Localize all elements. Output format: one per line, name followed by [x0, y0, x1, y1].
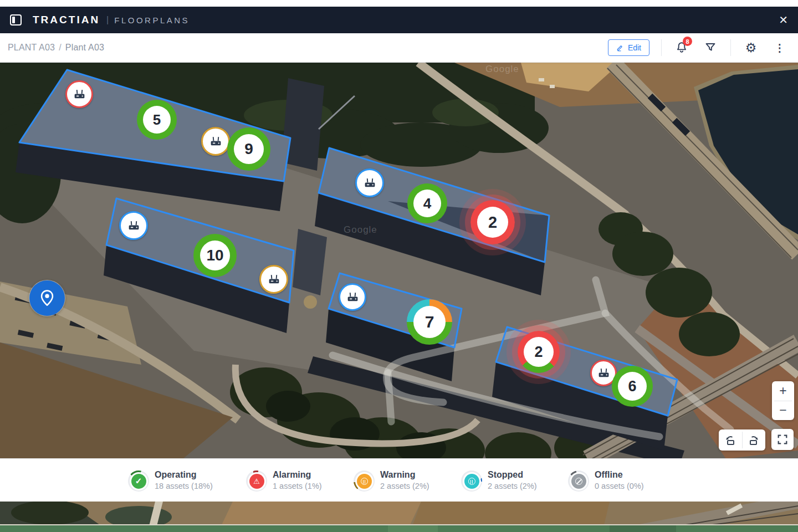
- asset-cluster-marker[interactable]: 6: [612, 366, 653, 407]
- rotate-control: [719, 429, 765, 451]
- operating-ring: ✓: [128, 470, 149, 492]
- legend-label: Stopped: [488, 469, 537, 481]
- more-options-button[interactable]: ⋮: [771, 39, 788, 56]
- operating-status-icon: ✓: [131, 474, 146, 489]
- gateway-router-icon: [267, 273, 281, 287]
- close-icon[interactable]: ✕: [779, 14, 788, 25]
- map-watermark: Google: [344, 224, 377, 236]
- gateway-router-icon: [73, 88, 86, 101]
- satellite-imagery-strip: [0, 502, 798, 532]
- asset-cluster-marker[interactable]: 2: [470, 200, 515, 244]
- map-bottom-strip: [0, 502, 798, 532]
- marker-layer: 594210726GoogleGoogle: [0, 63, 798, 459]
- gateway-marker[interactable]: [259, 265, 288, 294]
- cluster-count: 5: [143, 106, 171, 134]
- warning-status-icon: [357, 474, 372, 489]
- gateway-router-icon: [209, 135, 223, 149]
- offline-ring: [568, 470, 589, 492]
- legend-label: Offline: [595, 469, 644, 481]
- cluster-count: 4: [413, 190, 441, 217]
- gateway-marker[interactable]: [65, 80, 93, 108]
- cluster-count: 6: [618, 372, 647, 401]
- gateway-router-icon: [597, 366, 611, 380]
- notifications-button[interactable]: 8: [673, 39, 690, 56]
- breadcrumb-current: Plant A03: [65, 43, 104, 52]
- asset-cluster-marker[interactable]: 7: [407, 299, 452, 345]
- gateway-marker[interactable]: [201, 127, 230, 156]
- cluster-count: 9: [234, 134, 264, 164]
- gateway-marker[interactable]: [355, 168, 384, 197]
- brand-separator: |: [106, 15, 109, 25]
- legend-count: 18 assets (18%): [155, 481, 213, 492]
- gateway-router-icon: [127, 219, 141, 233]
- gateway-marker[interactable]: [339, 283, 366, 311]
- rotate-right-button[interactable]: [743, 429, 766, 451]
- legend-item-stopped: Stopped2 assets (2%): [461, 470, 537, 492]
- app-title: FLOORPLANS: [114, 16, 190, 25]
- sidebar-toggle-icon[interactable]: [10, 14, 22, 25]
- check-icon: ✓: [135, 476, 142, 486]
- fullscreen-button[interactable]: [771, 429, 794, 450]
- pause-circle-icon: [468, 478, 475, 485]
- map-watermark: Google: [485, 64, 519, 75]
- cluster-count: 10: [200, 241, 230, 270]
- rotate-right-icon: [747, 433, 760, 447]
- legend-count: 2 assets (2%): [380, 481, 429, 492]
- asset-cluster-marker[interactable]: 5: [137, 100, 177, 140]
- cluster-count: 2: [524, 337, 554, 367]
- filter-funnel-icon: [704, 41, 717, 54]
- alarming-status-icon: ⚠: [249, 474, 264, 489]
- stopped-ring: [461, 470, 482, 492]
- navbar: TRACTIAN | FLOORPLANS ✕: [0, 7, 798, 33]
- warning-triangle-icon: ⚠: [253, 478, 260, 485]
- breadcrumb-parent[interactable]: PLANT A03: [8, 43, 55, 52]
- pencil-icon: [616, 44, 624, 52]
- cluster-count: 2: [477, 207, 508, 238]
- warning-ring: [354, 470, 375, 492]
- toolbar-divider: [730, 39, 731, 56]
- gear-icon: ⚙: [745, 42, 757, 54]
- brand-logo: TRACTIAN: [33, 14, 100, 26]
- notification-badge: 8: [683, 37, 692, 46]
- edit-button[interactable]: Edit: [608, 39, 649, 56]
- toolbar-divider: [661, 39, 662, 56]
- ban-icon: [575, 478, 582, 485]
- window-top-margin: [0, 0, 798, 7]
- legend-item-operating: ✓ Operating18 assets (18%): [128, 470, 213, 492]
- legend-item-alarming: ⚠ Alarming1 assets (1%): [246, 470, 322, 492]
- asset-cluster-marker[interactable]: 2: [518, 331, 560, 373]
- floorplan-map[interactable]: 594210726GoogleGoogle + −: [0, 63, 798, 459]
- location-pin-icon: [38, 289, 57, 308]
- location-pin-button[interactable]: [29, 280, 65, 316]
- offline-status-icon: [571, 474, 586, 489]
- pause-circle-icon: [361, 478, 368, 485]
- zoom-in-button[interactable]: +: [772, 381, 794, 401]
- fullscreen-icon: [776, 433, 789, 446]
- legend-count: 0 assets (0%): [595, 481, 644, 492]
- gateway-router-icon: [346, 290, 360, 304]
- settings-button[interactable]: ⚙: [743, 39, 759, 56]
- legend-label: Alarming: [273, 469, 322, 481]
- breadcrumb: PLANT A03/Plant A03: [8, 43, 104, 53]
- filter-button[interactable]: [702, 39, 719, 56]
- asset-cluster-marker[interactable]: 4: [407, 183, 447, 223]
- asset-cluster-marker[interactable]: 10: [193, 234, 237, 277]
- legend-label: Warning: [380, 469, 429, 481]
- alarming-ring: ⚠: [246, 470, 267, 492]
- cluster-count: 7: [413, 306, 446, 338]
- zoom-control: + −: [772, 381, 794, 420]
- stopped-status-icon: [464, 474, 479, 489]
- kebab-menu-icon: ⋮: [775, 42, 785, 54]
- gateway-router-icon: [363, 176, 377, 190]
- legend-count: 1 assets (1%): [273, 481, 322, 492]
- status-legend: ✓ Operating18 assets (18%) ⚠ Alarming1 a…: [0, 459, 798, 502]
- asset-cluster-marker[interactable]: 9: [227, 127, 270, 171]
- legend-item-warning: Warning2 assets (2%): [354, 470, 429, 492]
- legend-count: 2 assets (2%): [488, 481, 537, 492]
- gateway-marker[interactable]: [119, 211, 148, 240]
- rotate-left-button[interactable]: [719, 429, 742, 451]
- subheader: PLANT A03/Plant A03 Edit 8 ⚙ ⋮: [0, 33, 798, 63]
- zoom-out-button[interactable]: −: [772, 401, 794, 421]
- legend-label: Operating: [155, 469, 213, 481]
- rotate-left-icon: [724, 433, 737, 447]
